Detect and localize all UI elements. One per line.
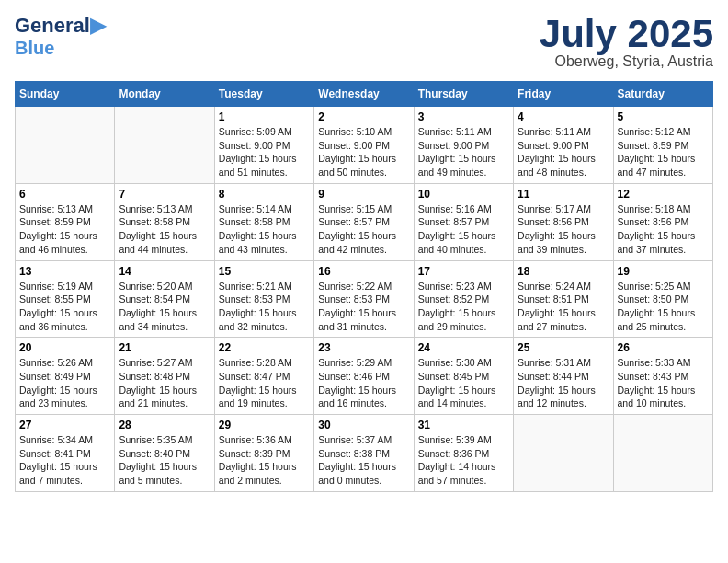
calendar-cell: 6Sunrise: 5:13 AMSunset: 8:59 PMDaylight… bbox=[16, 183, 115, 260]
cell-info: Sunset: 8:38 PM bbox=[318, 447, 409, 461]
cell-info: Sunset: 8:52 PM bbox=[418, 293, 509, 306]
calendar-cell: 11Sunrise: 5:17 AMSunset: 8:56 PMDayligh… bbox=[514, 183, 613, 260]
cell-info: Sunset: 8:57 PM bbox=[418, 215, 509, 229]
cell-info: Daylight: 15 hours and 50 minutes. bbox=[318, 152, 409, 178]
subtitle: Oberweg, Styria, Austria bbox=[540, 53, 713, 70]
cell-info: Sunset: 8:58 PM bbox=[219, 215, 310, 229]
calendar-week-row: 27Sunrise: 5:34 AMSunset: 8:41 PMDayligh… bbox=[16, 415, 713, 492]
cell-info: Daylight: 15 hours and 47 minutes. bbox=[618, 152, 709, 178]
cell-info: Sunset: 8:51 PM bbox=[518, 293, 609, 306]
cell-info: Daylight: 15 hours and 19 minutes. bbox=[219, 384, 310, 410]
calendar-cell: 17Sunrise: 5:23 AMSunset: 8:52 PMDayligh… bbox=[414, 260, 513, 338]
day-number: 13 bbox=[19, 265, 110, 278]
calendar-cell: 26Sunrise: 5:33 AMSunset: 8:43 PMDayligh… bbox=[613, 338, 712, 415]
cell-info: Sunset: 8:59 PM bbox=[19, 215, 110, 229]
calendar-cell bbox=[514, 415, 613, 492]
calendar-cell: 3Sunrise: 5:11 AMSunset: 9:00 PMDaylight… bbox=[414, 107, 513, 184]
cell-info: Sunset: 8:53 PM bbox=[219, 293, 310, 306]
cell-info: Sunrise: 5:18 AM bbox=[618, 202, 709, 216]
calendar-cell: 24Sunrise: 5:30 AMSunset: 8:45 PMDayligh… bbox=[414, 338, 513, 415]
cell-info: Daylight: 15 hours and 25 minutes. bbox=[618, 306, 709, 333]
cell-info: Sunrise: 5:10 AM bbox=[318, 125, 409, 139]
cell-info: Sunset: 8:56 PM bbox=[518, 215, 609, 229]
cell-info: Sunrise: 5:19 AM bbox=[19, 280, 110, 293]
calendar-cell: 21Sunrise: 5:27 AMSunset: 8:48 PMDayligh… bbox=[115, 338, 214, 415]
cell-info: Daylight: 15 hours and 40 minutes. bbox=[418, 229, 509, 256]
day-number: 31 bbox=[418, 419, 509, 431]
cell-info: Sunrise: 5:11 AM bbox=[518, 125, 609, 139]
calendar-cell: 31Sunrise: 5:39 AMSunset: 8:36 PMDayligh… bbox=[414, 415, 513, 492]
day-number: 24 bbox=[418, 341, 509, 354]
cell-info: Sunrise: 5:33 AM bbox=[618, 356, 709, 370]
day-number: 19 bbox=[618, 265, 709, 278]
calendar-week-row: 1Sunrise: 5:09 AMSunset: 9:00 PMDaylight… bbox=[16, 107, 713, 184]
calendar-cell: 10Sunrise: 5:16 AMSunset: 8:57 PMDayligh… bbox=[414, 183, 513, 260]
calendar-cell: 5Sunrise: 5:12 AMSunset: 8:59 PMDaylight… bbox=[613, 107, 712, 184]
day-number: 11 bbox=[518, 188, 609, 201]
cell-info: Daylight: 15 hours and 31 minutes. bbox=[318, 306, 409, 333]
day-number: 4 bbox=[518, 110, 609, 123]
day-number: 16 bbox=[318, 265, 409, 278]
cell-info: Daylight: 15 hours and 43 minutes. bbox=[219, 229, 310, 256]
logo: General▶ Blue bbox=[15, 15, 106, 59]
cell-info: Sunset: 8:40 PM bbox=[119, 447, 210, 461]
day-number: 20 bbox=[19, 341, 110, 354]
day-number: 23 bbox=[318, 341, 409, 354]
cell-info: Daylight: 15 hours and 39 minutes. bbox=[518, 229, 609, 256]
calendar-cell: 27Sunrise: 5:34 AMSunset: 8:41 PMDayligh… bbox=[16, 415, 115, 492]
calendar-week-row: 20Sunrise: 5:26 AMSunset: 8:49 PMDayligh… bbox=[16, 338, 713, 415]
cell-info: Daylight: 15 hours and 23 minutes. bbox=[19, 384, 110, 410]
cell-info: Sunset: 8:45 PM bbox=[418, 370, 509, 384]
cell-info: Sunrise: 5:36 AM bbox=[219, 433, 310, 447]
cell-info: Sunset: 8:44 PM bbox=[518, 370, 609, 384]
cell-info: Sunrise: 5:35 AM bbox=[119, 433, 210, 447]
cell-info: Sunrise: 5:11 AM bbox=[418, 125, 509, 139]
day-number: 14 bbox=[119, 265, 210, 278]
day-number: 12 bbox=[618, 188, 709, 201]
cell-info: Daylight: 14 hours and 57 minutes. bbox=[418, 460, 509, 487]
day-number: 22 bbox=[219, 341, 310, 354]
cell-info: Daylight: 15 hours and 14 minutes. bbox=[418, 384, 509, 410]
cell-info: Sunset: 8:58 PM bbox=[119, 215, 210, 229]
day-number: 1 bbox=[219, 110, 310, 123]
cell-info: Sunset: 8:49 PM bbox=[19, 370, 110, 384]
weekday-header-monday: Monday bbox=[115, 82, 214, 107]
weekday-header-wednesday: Wednesday bbox=[314, 82, 414, 107]
cell-info: Sunrise: 5:12 AM bbox=[618, 125, 709, 139]
cell-info: Daylight: 15 hours and 51 minutes. bbox=[219, 152, 310, 178]
cell-info: Sunrise: 5:30 AM bbox=[418, 356, 509, 370]
cell-info: Daylight: 15 hours and 27 minutes. bbox=[518, 306, 609, 333]
weekday-header-sunday: Sunday bbox=[16, 82, 115, 107]
day-number: 10 bbox=[418, 188, 509, 201]
day-number: 15 bbox=[219, 265, 310, 278]
cell-info: Sunset: 9:00 PM bbox=[418, 139, 509, 153]
title-block: July 2025 Oberweg, Styria, Austria bbox=[540, 15, 713, 70]
cell-info: Daylight: 15 hours and 46 minutes. bbox=[19, 229, 110, 256]
day-number: 6 bbox=[19, 188, 110, 201]
cell-info: Daylight: 15 hours and 16 minutes. bbox=[318, 384, 409, 410]
cell-info: Sunset: 8:53 PM bbox=[318, 293, 409, 306]
cell-info: Sunrise: 5:15 AM bbox=[318, 202, 409, 216]
cell-info: Sunset: 8:48 PM bbox=[119, 370, 210, 384]
cell-info: Daylight: 15 hours and 12 minutes. bbox=[518, 384, 609, 410]
weekday-header-thursday: Thursday bbox=[414, 82, 513, 107]
cell-info: Sunrise: 5:17 AM bbox=[518, 202, 609, 216]
weekday-header-saturday: Saturday bbox=[613, 82, 712, 107]
day-number: 25 bbox=[518, 341, 609, 354]
day-number: 2 bbox=[318, 110, 409, 123]
cell-info: Sunset: 8:59 PM bbox=[618, 139, 709, 153]
day-number: 8 bbox=[219, 188, 310, 201]
calendar-cell: 25Sunrise: 5:31 AMSunset: 8:44 PMDayligh… bbox=[514, 338, 613, 415]
weekday-header-friday: Friday bbox=[514, 82, 613, 107]
calendar-cell: 8Sunrise: 5:14 AMSunset: 8:58 PMDaylight… bbox=[214, 183, 313, 260]
calendar-cell bbox=[613, 415, 712, 492]
calendar-cell: 4Sunrise: 5:11 AMSunset: 9:00 PMDaylight… bbox=[514, 107, 613, 184]
cell-info: Sunrise: 5:22 AM bbox=[318, 280, 409, 293]
day-number: 3 bbox=[418, 110, 509, 123]
day-number: 18 bbox=[518, 265, 609, 278]
day-number: 7 bbox=[119, 188, 210, 201]
calendar-cell: 9Sunrise: 5:15 AMSunset: 8:57 PMDaylight… bbox=[314, 183, 414, 260]
calendar-cell: 15Sunrise: 5:21 AMSunset: 8:53 PMDayligh… bbox=[214, 260, 313, 338]
calendar-week-row: 13Sunrise: 5:19 AMSunset: 8:55 PMDayligh… bbox=[16, 260, 713, 338]
cell-info: Sunset: 8:56 PM bbox=[618, 215, 709, 229]
